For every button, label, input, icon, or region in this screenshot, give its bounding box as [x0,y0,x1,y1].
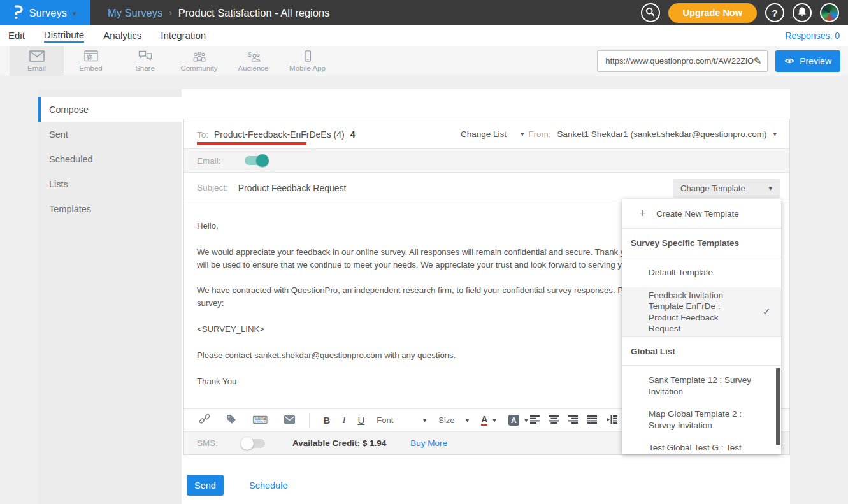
italic-button[interactable]: I [342,415,345,426]
change-list-dropdown[interactable]: Change List ▾ [461,129,524,139]
user-avatar[interactable] [820,3,839,22]
search-icon [645,7,655,18]
align-justify-icon[interactable] [587,415,598,426]
available-credit: Available Credit: $ 1.94 [292,438,386,448]
product-menu[interactable]: Surveys ▾ [0,0,90,25]
email-toggle-row: Email: [184,149,789,173]
font-family-dropdown[interactable]: Font ▾ [377,415,426,425]
sidebar-item-sent[interactable]: Sent [38,122,182,147]
bell-icon [797,6,807,19]
to-recipient-count: 4 [350,129,356,140]
channel-mobile-app[interactable]: Mobile App [280,46,334,76]
subject-input[interactable]: Product Feedback Request [238,183,347,193]
sidebar-item-scheduled[interactable]: Scheduled [38,147,182,171]
align-left-icon[interactable] [530,415,540,426]
template-item-test-global-g[interactable]: Test Global Test G : Test RAA G [622,442,781,454]
sms-toggle[interactable] [243,439,265,448]
toggle-knob [256,154,269,167]
change-template-button[interactable]: Change Template ▾ [673,179,780,198]
toggle-knob [241,437,254,450]
create-new-template-item[interactable]: + Create New Template [622,199,781,229]
survey-tabbar: Edit Distribute Analytics Integration Re… [0,25,848,46]
chevron-down-icon: ▾ [768,184,772,192]
from-dropdown[interactable]: From: Sanket1 Shekdar1 (sanket.shekdar@q… [528,129,777,139]
envelope-icon [29,50,45,63]
from-label: From: [528,129,550,139]
sidebar-item-templates[interactable]: Templates [38,196,182,221]
channel-share[interactable]: Share [118,46,172,76]
indent-icon[interactable] [607,415,617,426]
browser-gear-icon [84,50,98,63]
font-size-dropdown[interactable]: Size ▾ [438,415,469,425]
help-button[interactable]: ? [765,3,784,22]
toolbar-right: https://www.questionpro.com/t/AW22ZiOP ✎… [597,50,848,72]
search-button[interactable] [641,3,660,22]
buy-more-link[interactable]: Buy More [410,438,447,448]
tab-integration[interactable]: Integration [161,30,206,42]
breadcrumb-separator-icon: › [169,8,172,18]
mail-merge-icon[interactable] [284,415,295,426]
survey-url-field[interactable]: https://www.questionpro.com/t/AW22ZiOP ✎ [597,50,768,72]
schedule-link[interactable]: Schedule [249,480,287,491]
question-mark-icon: ? [772,8,777,18]
channel-embed[interactable]: Embed [64,46,118,76]
dropdown-scrollbar[interactable] [776,368,780,445]
align-right-icon[interactable] [568,415,579,426]
underline-button[interactable]: U [357,415,364,426]
tab-distribute[interactable]: Distribute [44,29,84,43]
dollar-people-icon: $ [247,50,261,63]
channel-audience[interactable]: $ Audience [226,46,280,76]
channel-share-label: Share [135,64,155,72]
send-actions: Send Schedule [187,475,287,496]
template-item-default[interactable]: Default Template [622,257,781,287]
preview-button[interactable]: Preview [775,50,840,72]
email-toggle[interactable] [245,156,267,165]
change-template-label: Change Template [680,184,745,193]
template-item-selected[interactable]: Feedback Invitation Template EnFrDe : Pr… [622,287,781,337]
bold-button[interactable]: B [324,415,331,426]
channel-community-label: Community [180,64,217,72]
channel-community[interactable]: Community [172,46,226,76]
global-template-list: Sank Template 12 : Survey Invitation Map… [622,366,781,454]
app-window: Surveys ▾ My Surveys › Product Satisfact… [0,0,848,504]
channel-email-label: Email [27,64,46,72]
to-label: To: [197,130,208,140]
header-actions: Upgrade Now ? [641,3,848,23]
channel-toolbar: Email Embed Share Community $ Audience [0,46,848,76]
chevron-down-icon: ▾ [524,416,528,424]
tab-analytics[interactable]: Analytics [103,30,141,42]
send-button[interactable]: Send [187,475,224,496]
sidebar-item-lists[interactable]: Lists [38,171,182,196]
link-icon[interactable] [199,414,210,427]
eye-icon [784,56,794,66]
toolbar-divider [309,413,310,428]
keyboard-icon[interactable]: ⌨ [252,414,268,427]
text-color-dropdown[interactable]: A ▾ [481,415,496,426]
template-item-map-global-2[interactable]: Map Global Template 2 : Survey Invitatio… [622,408,781,431]
channel-embed-label: Embed [79,64,102,72]
channel-email[interactable]: Email [10,46,64,76]
chevron-down-icon: ▾ [521,130,524,138]
preview-label: Preview [800,56,831,66]
subject-label: Subject: [197,183,228,192]
to-alert-underline [197,142,306,145]
smartphone-icon [301,50,315,63]
breadcrumb-my-surveys[interactable]: My Surveys [108,7,162,19]
edit-url-icon[interactable]: ✎ [754,55,762,67]
responses-count[interactable]: Responses: 0 [785,31,848,41]
template-item-sank-12[interactable]: Sank Template 12 : Survey Invitation [622,375,781,397]
tag-icon[interactable] [226,414,236,427]
chevron-down-icon: ▾ [73,10,76,18]
to-list-name[interactable]: Product-Feedback-EnFrDeEs (4) [214,129,345,140]
from-value: Sanket1 Shekdar1 (sanket.shekdar@questio… [557,129,767,139]
chevron-down-icon: ▾ [466,416,470,424]
sms-label: SMS: [197,438,218,448]
sidebar-item-compose[interactable]: Compose [38,97,182,122]
notifications-button[interactable] [793,3,812,22]
change-template-menu: + Create New Template Survey Specific Te… [622,199,781,454]
upgrade-now-button[interactable]: Upgrade Now [668,3,757,23]
background-color-dropdown[interactable]: A ▾ [508,415,528,426]
tab-edit[interactable]: Edit [8,30,25,42]
align-center-icon[interactable] [549,415,559,426]
font-label: Font [377,415,393,425]
